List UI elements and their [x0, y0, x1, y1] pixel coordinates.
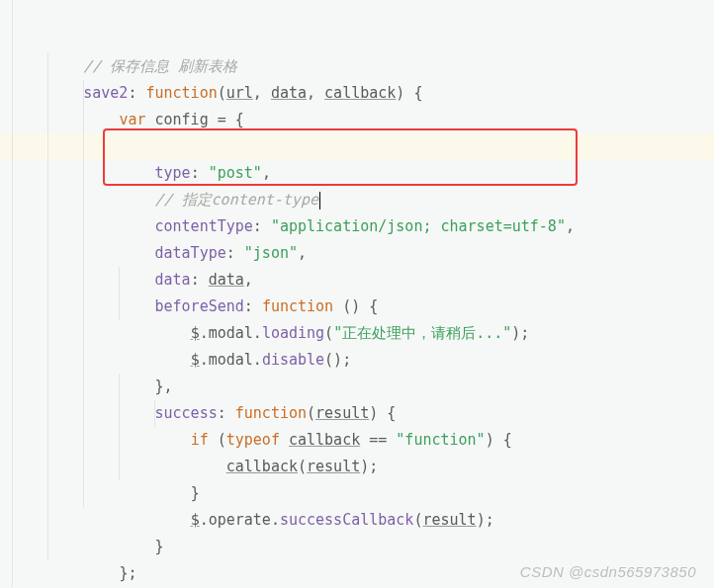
code-line: $.operate.successCallback(result);: [0, 454, 714, 480]
code-line: if (typeof callback == "function") {: [0, 374, 714, 400]
code-line: }: [0, 427, 714, 454]
code-line: $.ajax(config): [0, 534, 714, 560]
code-line: data: data,: [0, 213, 714, 240]
code-line: },: [0, 320, 714, 347]
code-line-highlight: // 指定content-type: [0, 133, 714, 160]
code-line: type: "post",: [0, 107, 714, 133]
code-line: success: function(result) {: [0, 347, 714, 374]
code-line: dataType: "json",: [0, 187, 714, 213]
code-line: };: [0, 507, 714, 534]
code-line: callback(result);: [0, 400, 714, 427]
code-line: var config = {: [0, 53, 714, 80]
code-line: contentType: "application/json; charset=…: [0, 160, 714, 187]
code-line: // 保存信息 刷新表格: [0, 0, 714, 27]
code-editor: // 保存信息 刷新表格 save2: function(url, data, …: [0, 0, 714, 587]
code-line: beforeSend: function () {: [0, 240, 714, 267]
code-line: $.modal.loading("正在处理中，请稍后...");: [0, 267, 714, 294]
code-line: url: url,: [0, 80, 714, 107]
watermark-text: CSDN @csdn565973850: [520, 563, 696, 580]
code-line: }: [0, 480, 714, 507]
code-line: save2: function(url, data, callback) {: [0, 27, 714, 53]
code-line: $.modal.disable();: [0, 294, 714, 320]
